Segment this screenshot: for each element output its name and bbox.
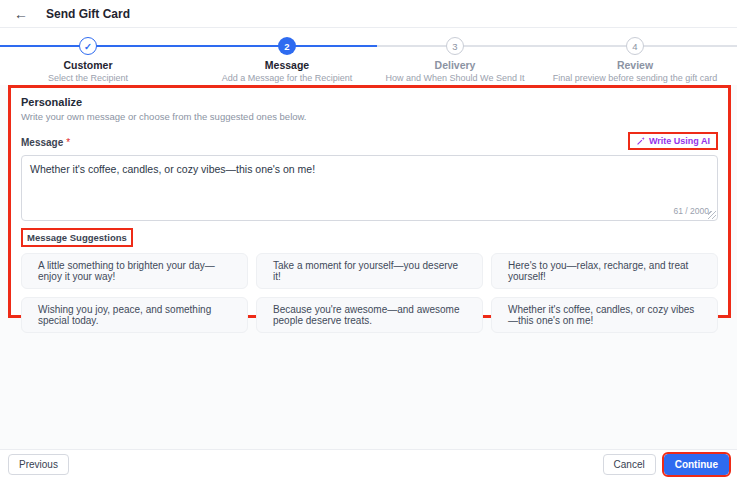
step-review-number: 4 — [626, 37, 644, 55]
step-review[interactable]: 4 Review Final preview before sending th… — [525, 37, 737, 83]
suggestion-card-5[interactable]: Because you're awesome—and awesome peopl… — [256, 297, 483, 333]
page-title: Send Gift Card — [46, 7, 130, 21]
suggestion-card-3[interactable]: Here's to you—relax, recharge, and treat… — [491, 253, 718, 289]
suggestion-card-2[interactable]: Take a moment for yourself—you deserve i… — [256, 253, 483, 289]
personalize-subtitle: Write your own message or choose from th… — [21, 111, 718, 122]
step-customer[interactable]: ✓ Customer Select the Recipient — [0, 37, 198, 83]
message-textarea[interactable]: Whether it's coffee, candles, or cozy vi… — [21, 155, 718, 221]
cancel-button[interactable]: Cancel — [603, 454, 656, 475]
message-suggestions-label: Message Suggestions — [21, 228, 133, 247]
message-label-row: Message* Write Using AI — [21, 132, 718, 150]
write-using-ai-label: Write Using AI — [649, 136, 710, 146]
message-label-group: Message* — [21, 132, 70, 150]
header-bar: ← Send Gift Card — [0, 0, 737, 28]
personalize-section: Personalize Write your own message or ch… — [8, 85, 731, 318]
continue-button[interactable]: Continue — [664, 454, 729, 475]
magic-wand-icon — [636, 136, 646, 146]
suggestion-card-4[interactable]: Wishing you joy, peace, and something sp… — [21, 297, 248, 333]
suggestion-card-1[interactable]: A little something to brighten your day—… — [21, 253, 248, 289]
character-counter: 61 / 2000 — [674, 206, 709, 216]
step-delivery-number: 3 — [446, 37, 464, 55]
personalize-title: Personalize — [21, 96, 718, 108]
suggestions-grid: A little something to brighten your day—… — [21, 253, 718, 333]
back-arrow-icon[interactable]: ← — [14, 7, 28, 21]
footer-bar: Previous Cancel Continue — [0, 449, 737, 479]
step-customer-check-icon: ✓ — [79, 37, 97, 55]
message-field-label: Message — [21, 137, 63, 148]
textarea-resize-handle[interactable] — [708, 211, 716, 219]
stepper: ✓ Customer Select the Recipient 2 Messag… — [0, 28, 737, 85]
suggestion-card-6[interactable]: Whether it's coffee, candles, or cozy vi… — [491, 297, 718, 333]
step-message-number: 2 — [278, 37, 296, 55]
write-using-ai-button[interactable]: Write Using AI — [628, 132, 718, 150]
message-text-value: Whether it's coffee, candles, or cozy vi… — [30, 162, 709, 176]
step-customer-label: Customer — [0, 59, 198, 71]
previous-button[interactable]: Previous — [8, 454, 69, 475]
required-asterisk: * — [66, 137, 70, 148]
step-customer-description: Select the Recipient — [0, 73, 198, 83]
step-review-description: Final preview before sending the gift ca… — [525, 73, 737, 83]
footer-right-actions: Cancel Continue — [603, 454, 729, 475]
step-review-label: Review — [525, 59, 737, 71]
